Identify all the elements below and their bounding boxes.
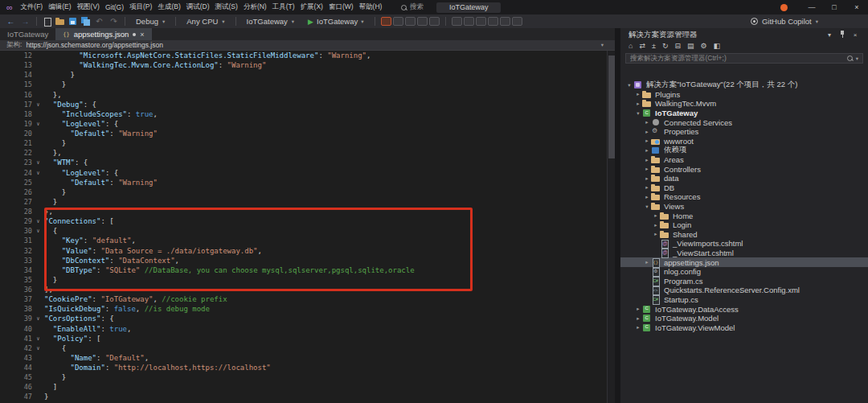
menu-item-8[interactable]: 分析(N): [240, 2, 269, 12]
preview-selected-icon[interactable]: ◧: [714, 42, 721, 50]
line-number[interactable]: 16: [0, 91, 32, 99]
new-file-icon[interactable]: [42, 17, 52, 27]
code-line-13[interactable]: 13 "WalkingTec.Mvvm.Core.ActionLog": "Wa…: [0, 60, 607, 70]
fold-chevron-icon[interactable]: ∨: [32, 228, 44, 234]
tree-item-controllers[interactable]: ▸Controllers: [620, 164, 868, 174]
line-number[interactable]: 45: [0, 373, 32, 381]
line-number[interactable]: 28: [0, 208, 32, 216]
fold-chevron-icon[interactable]: ∨: [32, 345, 44, 352]
home-icon[interactable]: ⌂: [628, 42, 633, 50]
tree-item-views[interactable]: ▾Views: [620, 202, 868, 212]
tree-item-appsettings-json[interactable]: ▸appsettings.json: [620, 257, 868, 267]
chevron-collapsed-icon[interactable]: ▸: [643, 194, 651, 200]
json-schema-bar[interactable]: 架构: https://json.schemastore.org/appsett…: [0, 40, 615, 51]
tree-item-program-cs[interactable]: Program.cs: [620, 276, 868, 286]
line-number[interactable]: 30: [0, 227, 32, 235]
solution-platform-dropdown[interactable]: Any CPU ▾: [181, 16, 230, 27]
solution-explorer-search[interactable]: 搜索解决方案资源管理器(Ctrl+;) ▾: [625, 53, 863, 64]
code-line-45[interactable]: 45 }: [0, 372, 607, 382]
chevron-collapsed-icon[interactable]: ▸: [643, 129, 651, 135]
menu-item-1[interactable]: 编辑(E): [46, 2, 74, 12]
comment-icon[interactable]: [476, 17, 486, 26]
tree-item-walkingtec-mvvm[interactable]: ▸WalkingTec.Mvvm: [620, 99, 868, 109]
chevron-expanded-icon[interactable]: ▾: [634, 110, 642, 117]
tree-item-areas[interactable]: ▸Areas: [620, 155, 868, 165]
fold-chevron-icon[interactable]: ∨: [32, 315, 44, 322]
pending-changes-filter-icon[interactable]: ±: [652, 42, 656, 50]
menu-item-3[interactable]: Git(G): [102, 3, 126, 11]
notification-badge[interactable]: [780, 4, 788, 11]
tree-item-iotgateway-dataaccess[interactable]: ▸IoTGateway.DataAccess: [620, 304, 868, 314]
tree-item-wwwroot[interactable]: ▸wwwroot: [620, 137, 868, 146]
code-line-47[interactable]: 47}: [0, 392, 607, 401]
line-number[interactable]: 29: [0, 217, 32, 225]
switch-views-icon[interactable]: ⇄: [639, 42, 645, 50]
chevron-collapsed-icon[interactable]: ▸: [634, 91, 642, 97]
code-line-25[interactable]: 25 "Default": "Warning": [0, 178, 607, 187]
chevron-collapsed-icon[interactable]: ▸: [643, 138, 651, 144]
menu-item-0[interactable]: 文件(F): [18, 2, 46, 12]
fold-chevron-icon[interactable]: ∨: [32, 218, 44, 224]
line-number[interactable]: 12: [0, 51, 32, 60]
chevron-collapsed-icon[interactable]: ▸: [634, 315, 642, 322]
code-line-15[interactable]: 15 }: [0, 80, 607, 89]
editor-scrollbar[interactable]: [607, 51, 615, 403]
code-line-23[interactable]: 23∨ "WTM": {: [0, 158, 607, 167]
chevron-collapsed-icon[interactable]: ▸: [643, 259, 651, 265]
line-number[interactable]: 42: [0, 344, 32, 352]
code-line-30[interactable]: 30∨ {: [0, 226, 607, 236]
code-line-26[interactable]: 26 }: [0, 187, 607, 197]
line-number[interactable]: 39: [0, 315, 32, 323]
refresh-icon[interactable]: ↻: [662, 42, 669, 50]
startup-project-dropdown[interactable]: IoTGateway ▾: [241, 16, 300, 27]
line-number[interactable]: 38: [0, 305, 32, 313]
code-line-18[interactable]: 18 "IncludeScopes": true,: [0, 109, 607, 119]
menu-item-12[interactable]: 帮助(H): [356, 2, 385, 12]
tab-iotgateway[interactable]: IoTGateway: [0, 28, 55, 40]
chevron-expanded-icon[interactable]: ▾: [625, 82, 633, 88]
code-line-38[interactable]: 38"IsQuickDebug": false, //is debug mode: [0, 304, 607, 314]
code-line-29[interactable]: 29∨"Connections": [: [0, 216, 607, 226]
tab-appsettings-json[interactable]: {} appsettings.json ×: [55, 28, 151, 40]
code-editor[interactable]: 12 "Microsoft.AspNetCore.StaticFiles.Sta…: [0, 51, 607, 403]
code-line-12[interactable]: 12 "Microsoft.AspNetCore.StaticFiles.Sta…: [0, 51, 607, 60]
collapse-all-icon[interactable]: ⊟: [674, 42, 681, 50]
chevron-collapsed-icon[interactable]: ▸: [634, 101, 642, 107]
fold-chevron-icon[interactable]: ∨: [32, 101, 44, 108]
line-number[interactable]: 26: [0, 188, 32, 196]
chevron-collapsed-icon[interactable]: ▸: [634, 306, 642, 312]
code-line-21[interactable]: 21 }: [0, 138, 607, 148]
code-line-16[interactable]: 16 },: [0, 90, 607, 100]
line-number[interactable]: 32: [0, 247, 32, 255]
line-number[interactable]: 22: [0, 149, 32, 157]
line-number[interactable]: 47: [0, 393, 32, 401]
chevron-collapsed-icon[interactable]: ▸: [643, 175, 651, 182]
bookmark-icon[interactable]: [500, 17, 510, 26]
line-number[interactable]: 36: [0, 286, 32, 294]
line-number[interactable]: 41: [0, 335, 32, 343]
show-all-files-icon[interactable]: ▤: [687, 42, 694, 50]
close-panel-icon[interactable]: ×: [849, 31, 862, 39]
code-line-37[interactable]: 37"CookiePre": "IoTGateway", //cookie pr…: [0, 294, 607, 304]
code-line-36[interactable]: 36],: [0, 285, 607, 294]
chevron-collapsed-icon[interactable]: ▸: [652, 222, 660, 228]
tree-item-plugins[interactable]: ▸Plugins: [620, 90, 868, 100]
code-line-31[interactable]: 31 "Key": "default",: [0, 236, 607, 245]
menu-item-9[interactable]: 工具(T): [269, 2, 297, 12]
github-copilot-button[interactable]: GitHub Copilot ▾: [751, 16, 818, 27]
menu-item-4[interactable]: 项目(P): [127, 2, 155, 12]
tree-item-login[interactable]: ▸Login: [620, 220, 868, 230]
stop-debug-icon[interactable]: [393, 17, 403, 26]
line-number[interactable]: 44: [0, 364, 32, 372]
line-number[interactable]: 23: [0, 158, 32, 167]
line-number[interactable]: 20: [0, 130, 32, 138]
quick-search-box[interactable]: 搜索: [396, 2, 428, 13]
tree-item-db[interactable]: ▸DB: [620, 183, 868, 193]
chevron-expanded-icon[interactable]: ▾: [643, 204, 651, 210]
chevron-collapsed-icon[interactable]: ▸: [643, 166, 651, 172]
line-number[interactable]: 35: [0, 276, 32, 284]
chevron-down-icon[interactable]: ▾: [823, 31, 836, 39]
tree-item-quickstarts-xml[interactable]: Quickstarts.ReferenceServer.Config.xml: [620, 286, 868, 295]
panel-splitter[interactable]: [615, 28, 620, 403]
fold-chevron-icon[interactable]: ∨: [32, 335, 44, 342]
